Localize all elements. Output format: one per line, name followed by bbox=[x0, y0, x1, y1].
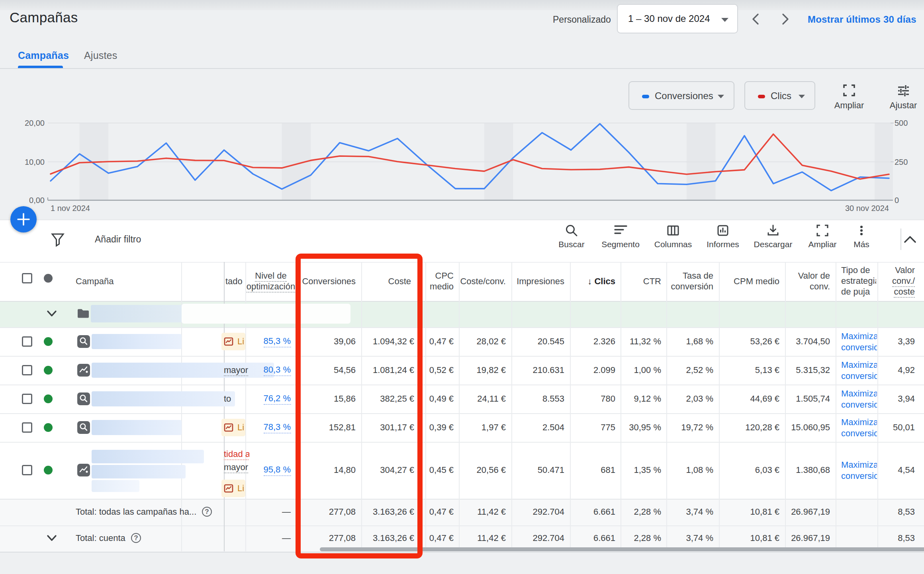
page-title: Campañas bbox=[10, 10, 78, 25]
total-conv: 277,08 bbox=[329, 533, 356, 543]
status-enabled-dot bbox=[44, 466, 53, 474]
expand-account-chevron[interactable] bbox=[45, 533, 59, 543]
cell-cpm-medio: 6,03 € bbox=[755, 465, 779, 475]
cell-bid-strategy[interactable]: Maximizarconversiones bbox=[841, 388, 877, 410]
toolbar-button-columns[interactable]: Columnas bbox=[649, 224, 697, 249]
row-checkbox[interactable] bbox=[22, 465, 32, 475]
cell-tasa-conversion: 19,72 % bbox=[681, 422, 713, 433]
total-valor-conv-coste: 8,53 bbox=[898, 533, 915, 543]
total-coste: 3.163,26 € bbox=[373, 533, 414, 543]
caret-down-icon bbox=[799, 95, 805, 98]
cell-tasa-conversion: 2,52 % bbox=[686, 365, 714, 375]
estado-text-fragment: tidad a bbox=[224, 449, 249, 462]
total-clics: 6.661 bbox=[593, 533, 615, 543]
cell-cpm-medio: 5,13 € bbox=[755, 365, 779, 375]
toolbar-button-search[interactable]: Buscar bbox=[548, 224, 595, 249]
total-valor: 26.967,19 bbox=[791, 507, 830, 517]
toolbar-button-more[interactable]: Más bbox=[838, 224, 885, 249]
status-enabled-dot bbox=[44, 366, 53, 375]
total-impr: 292.704 bbox=[532, 533, 564, 543]
cell-coste-conv: 24,11 € bbox=[477, 394, 506, 404]
plus-icon bbox=[10, 206, 37, 232]
cell-coste: 304,27 € bbox=[380, 465, 414, 475]
metric-selector-conversions[interactable]: Conversiones bbox=[628, 81, 734, 110]
chevron-right-icon bbox=[783, 14, 788, 24]
total-conv: 277,08 bbox=[329, 507, 356, 517]
cell-cpc-medio: 0,39 € bbox=[429, 422, 454, 433]
cell-cpm-medio: 53,26 € bbox=[750, 336, 779, 347]
status-enabled-dot bbox=[44, 337, 53, 346]
row-checkbox[interactable] bbox=[22, 336, 32, 347]
cell-clics: 780 bbox=[601, 394, 615, 404]
tab-settings[interactable]: Ajustes bbox=[84, 50, 117, 61]
select-all-checkbox[interactable] bbox=[22, 273, 32, 283]
help-icon[interactable]: ? bbox=[131, 533, 141, 543]
help-icon[interactable]: ? bbox=[202, 507, 212, 517]
next-period-button[interactable] bbox=[777, 11, 793, 27]
toolbar-button-segment[interactable]: Segmento bbox=[597, 224, 644, 249]
cell-coste: 382,25 € bbox=[380, 394, 414, 404]
chart-expand-button[interactable]: Ampliar bbox=[832, 84, 867, 111]
show-last-30-days-link[interactable]: Mostrar últimos 30 días bbox=[808, 14, 916, 25]
total-cpm: 10,81 € bbox=[750, 533, 779, 543]
chart-glyph bbox=[77, 364, 90, 377]
cell-bid-strategy[interactable]: Maximizarconversiones bbox=[841, 359, 877, 382]
toolbar-button-download[interactable]: Descargar bbox=[749, 224, 797, 249]
previous-period-button[interactable] bbox=[748, 11, 764, 27]
search-glyph bbox=[77, 335, 90, 348]
cell-bid-strategy[interactable]: Maximizarconversiones bbox=[841, 331, 877, 353]
cell-impresiones: 20.545 bbox=[538, 336, 564, 347]
metric-selector-label: Conversiones bbox=[655, 90, 713, 102]
toolbar-button-label: Informes bbox=[699, 240, 747, 249]
cell-clics: 681 bbox=[601, 465, 615, 475]
add-campaign-fab[interactable] bbox=[10, 206, 37, 232]
optimization-score-link[interactable]: 80,3 % bbox=[264, 365, 291, 375]
toolbar-button-reports[interactable]: Informes bbox=[699, 224, 747, 249]
cell-valor-conv: 15.060,95 bbox=[791, 422, 830, 433]
column-header-conversiones: Conversiones bbox=[302, 276, 356, 287]
horizontal-scrollbar[interactable] bbox=[320, 547, 924, 551]
optimization-score-link[interactable]: 76,2 % bbox=[264, 393, 291, 404]
date-range-selector[interactable]: 1 – 30 nov de 2024 bbox=[617, 4, 738, 33]
column-header-tipo: Tipo deestrategiade puja bbox=[841, 265, 876, 297]
tab-campaigns[interactable]: Campañas bbox=[18, 50, 69, 61]
blurred-group-info bbox=[182, 304, 350, 324]
metric-selector-clicks[interactable]: Clics bbox=[744, 81, 815, 110]
column-header-coste: Coste bbox=[388, 276, 411, 287]
collapse-table-button[interactable] bbox=[902, 234, 918, 245]
campaign-type-search-icon bbox=[77, 421, 90, 434]
chart-expand-label: Ampliar bbox=[832, 100, 867, 111]
filter-icon[interactable] bbox=[51, 232, 65, 247]
total-clics: 6.661 bbox=[593, 507, 615, 517]
toolbar-button-label: Columnas bbox=[649, 240, 697, 249]
add-filter-button[interactable]: Añadir filtro bbox=[95, 234, 141, 245]
chart-adjust-button[interactable]: Ajustar bbox=[886, 84, 921, 111]
row-checkbox[interactable] bbox=[22, 422, 32, 433]
cell-bid-strategy[interactable]: Maximizarconversiones bbox=[841, 417, 877, 439]
optimization-score-link[interactable]: 85,3 % bbox=[264, 336, 291, 346]
cell-valor-conv: 1.505,74 bbox=[796, 394, 830, 404]
campaign-type-search-icon bbox=[77, 392, 90, 405]
optimization-score-link[interactable]: 95,8 % bbox=[264, 465, 291, 475]
row-checkbox[interactable] bbox=[22, 365, 32, 375]
cell-conversiones: 152,81 bbox=[329, 422, 356, 433]
search-glyph bbox=[77, 392, 90, 405]
estado-text-fragment: mayor bbox=[224, 462, 249, 475]
download-icon bbox=[766, 224, 780, 237]
expand-icon bbox=[842, 84, 856, 97]
blurred-campaign-name bbox=[92, 480, 139, 492]
right-axis-tick-label: 250 bbox=[895, 158, 908, 166]
segment-icon bbox=[614, 224, 627, 237]
cell-coste: 301,17 € bbox=[380, 422, 414, 433]
row-checkbox[interactable] bbox=[22, 394, 32, 404]
status-enabled-dot bbox=[44, 394, 53, 403]
cell-cpc-medio: 0,49 € bbox=[429, 394, 454, 404]
collapse-group-chevron[interactable] bbox=[45, 309, 59, 318]
performance-line-chart[interactable]: 20,0010,000,0050025001 nov 202430 nov 20… bbox=[0, 111, 924, 219]
cell-bid-strategy[interactable]: Maximizarconversiones bbox=[841, 459, 877, 482]
cell-cpc-medio: 0,45 € bbox=[429, 465, 454, 475]
optimization-score-link[interactable]: 78,3 % bbox=[264, 422, 291, 432]
total-valor-conv-coste: 8,53 bbox=[898, 507, 915, 517]
cell-ctr: 30,95 % bbox=[629, 422, 661, 433]
cell-coste-conv: 28,02 € bbox=[477, 336, 506, 347]
